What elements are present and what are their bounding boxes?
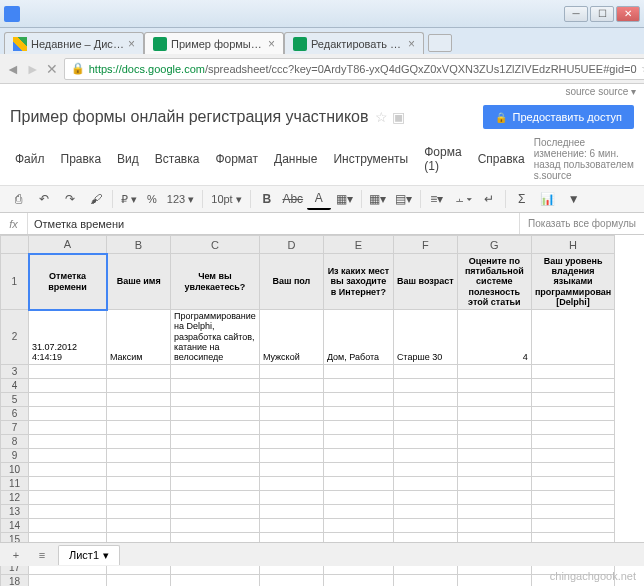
cell-A1[interactable]: Отметка времени [29, 254, 107, 310]
menu-формат[interactable]: Формат [208, 149, 265, 169]
cell-B10[interactable] [107, 462, 171, 476]
cell-E4[interactable] [323, 378, 393, 392]
cell-F5[interactable] [393, 392, 457, 406]
close-icon[interactable]: × [128, 37, 135, 51]
cell-D5[interactable] [259, 392, 323, 406]
percent-button[interactable]: % [143, 193, 161, 205]
row-header-4[interactable]: 4 [1, 378, 29, 392]
cell-H5[interactable] [531, 392, 614, 406]
bookmark-icon[interactable]: ☆ [641, 62, 644, 75]
row-header-6[interactable]: 6 [1, 406, 29, 420]
forward-button[interactable]: ► [26, 61, 40, 77]
reload-button[interactable]: ✕ [46, 61, 58, 77]
cell-A3[interactable] [29, 364, 107, 378]
cell-F9[interactable] [393, 448, 457, 462]
cell-A18[interactable] [29, 574, 107, 586]
cell-C9[interactable] [171, 448, 260, 462]
cell-B12[interactable] [107, 490, 171, 504]
spreadsheet[interactable]: ABCDEFGH1Отметка времениВаше имяЧем вы у… [0, 235, 644, 586]
cell-A7[interactable] [29, 420, 107, 434]
cell-A4[interactable] [29, 378, 107, 392]
cell-A14[interactable] [29, 518, 107, 532]
cell-F3[interactable] [393, 364, 457, 378]
sheet-tab[interactable]: Лист1 ▾ [58, 545, 120, 565]
cell-F7[interactable] [393, 420, 457, 434]
star-icon[interactable]: ☆ [375, 109, 388, 125]
col-header-F[interactable]: F [393, 236, 457, 254]
bold-button[interactable]: B [255, 188, 279, 210]
cell-C5[interactable] [171, 392, 260, 406]
row-header-10[interactable]: 10 [1, 462, 29, 476]
show-formulas-link[interactable]: Показать все формулы [519, 213, 644, 234]
cell-H9[interactable] [531, 448, 614, 462]
cell-D9[interactable] [259, 448, 323, 462]
cell-G13[interactable] [457, 504, 531, 518]
close-window-button[interactable]: ✕ [616, 6, 640, 22]
cell-B9[interactable] [107, 448, 171, 462]
cell-F6[interactable] [393, 406, 457, 420]
all-sheets-button[interactable]: ≡ [32, 546, 52, 564]
browser-tab-1[interactable]: Пример формы онлайн реги × [144, 32, 284, 54]
cell-F10[interactable] [393, 462, 457, 476]
font-size-select[interactable]: 10pt ▾ [207, 193, 245, 206]
folder-icon[interactable]: ▣ [392, 109, 405, 125]
cell-G7[interactable] [457, 420, 531, 434]
cell-F8[interactable] [393, 434, 457, 448]
row-header-7[interactable]: 7 [1, 420, 29, 434]
cell-A6[interactable] [29, 406, 107, 420]
currency-button[interactable]: ₽ ▾ [117, 193, 141, 206]
cell-G4[interactable] [457, 378, 531, 392]
cell-B6[interactable] [107, 406, 171, 420]
cell-H6[interactable] [531, 406, 614, 420]
cell-B14[interactable] [107, 518, 171, 532]
menu-вставка[interactable]: Вставка [148, 149, 207, 169]
row-header-9[interactable]: 9 [1, 448, 29, 462]
row-header-3[interactable]: 3 [1, 364, 29, 378]
cell-E5[interactable] [323, 392, 393, 406]
cell-D7[interactable] [259, 420, 323, 434]
cell-B4[interactable] [107, 378, 171, 392]
cell-D2[interactable]: Мужской [259, 310, 323, 365]
cell-D10[interactable] [259, 462, 323, 476]
cell-H4[interactable] [531, 378, 614, 392]
back-button[interactable]: ◄ [6, 61, 20, 77]
cell-F14[interactable] [393, 518, 457, 532]
row-header-11[interactable]: 11 [1, 476, 29, 490]
browser-tab-2[interactable]: Редактировать форму – Пр × [284, 32, 424, 54]
cell-D14[interactable] [259, 518, 323, 532]
cell-D6[interactable] [259, 406, 323, 420]
menu-правка[interactable]: Правка [54, 149, 109, 169]
functions-button[interactable]: Σ [510, 188, 534, 210]
cell-H10[interactable] [531, 462, 614, 476]
cell-H8[interactable] [531, 434, 614, 448]
cell-H7[interactable] [531, 420, 614, 434]
source-link[interactable]: source source ▾ [0, 84, 644, 99]
doc-title[interactable]: Пример формы онлайн регистрация участник… [10, 108, 369, 126]
cell-G9[interactable] [457, 448, 531, 462]
valign-button[interactable]: ⫠▾ [451, 188, 475, 210]
cell-A10[interactable] [29, 462, 107, 476]
cell-G10[interactable] [457, 462, 531, 476]
cell-E10[interactable] [323, 462, 393, 476]
cell-F1[interactable]: Ваш возраст [393, 254, 457, 310]
borders-button[interactable]: ▦▾ [366, 188, 390, 210]
cell-E13[interactable] [323, 504, 393, 518]
row-header-14[interactable]: 14 [1, 518, 29, 532]
cell-H14[interactable] [531, 518, 614, 532]
cell-G3[interactable] [457, 364, 531, 378]
cell-G11[interactable] [457, 476, 531, 490]
cell-H11[interactable] [531, 476, 614, 490]
merge-button[interactable]: ▤▾ [392, 188, 416, 210]
cell-G18[interactable] [457, 574, 531, 586]
cell-C11[interactable] [171, 476, 260, 490]
cell-E7[interactable] [323, 420, 393, 434]
cell-G14[interactable] [457, 518, 531, 532]
share-button[interactable]: Предоставить доступ [483, 105, 634, 129]
menu-инструменты[interactable]: Инструменты [326, 149, 415, 169]
zoom-select[interactable]: 123 ▾ [163, 193, 198, 206]
col-header-C[interactable]: C [171, 236, 260, 254]
cell-E9[interactable] [323, 448, 393, 462]
close-icon[interactable]: × [408, 37, 415, 51]
cell-C18[interactable] [171, 574, 260, 586]
menu-файл[interactable]: Файл [8, 149, 52, 169]
